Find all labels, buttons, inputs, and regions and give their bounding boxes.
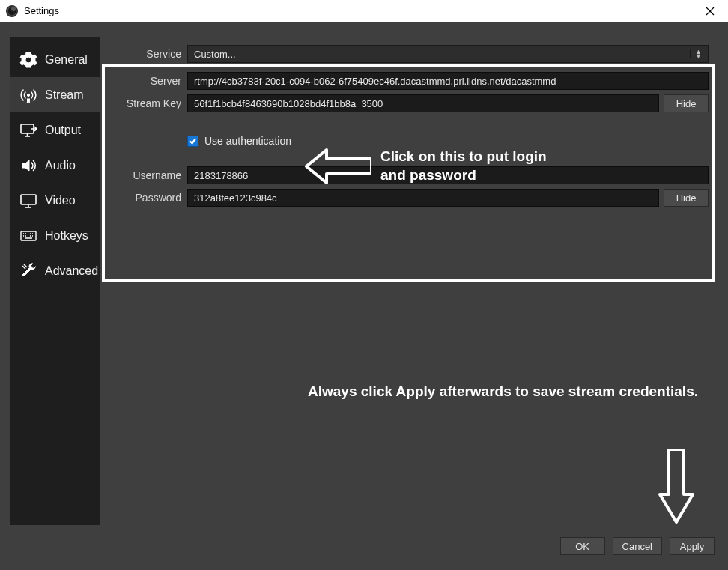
speaker-icon (19, 157, 37, 175)
password-input[interactable] (187, 189, 659, 207)
use-auth-row: Use authentication (109, 135, 709, 147)
sidebar-item-label: Stream (45, 88, 84, 102)
antenna-icon: A (19, 86, 37, 104)
sidebar-item-audio[interactable]: Audio (10, 148, 100, 183)
gear-icon (19, 51, 37, 69)
streamkey-input[interactable] (187, 94, 659, 112)
arrow-down-icon (658, 449, 695, 524)
streamkey-hide-button[interactable]: Hide (664, 94, 709, 112)
svg-rect-6 (21, 195, 36, 204)
tools-icon (19, 262, 37, 280)
close-window-button[interactable] (695, 1, 725, 22)
sidebar-item-label: Audio (45, 159, 76, 172)
password-label: Password (109, 192, 187, 204)
use-auth-checkbox[interactable] (187, 136, 198, 147)
monitor-out-icon (19, 121, 37, 139)
password-hide-button[interactable]: Hide (664, 189, 709, 207)
service-value: Custom... (194, 49, 236, 60)
server-label: Server (109, 75, 187, 87)
annotation-apply-arrow (658, 449, 695, 527)
username-row: Username (109, 166, 709, 184)
svg-point-2 (27, 94, 29, 96)
titlebar: Settings (0, 0, 728, 22)
chevron-up-down-icon: ▲▼ (690, 49, 702, 58)
window-title: Settings (24, 5, 59, 16)
dialog-footer: OK Cancel Apply (0, 533, 728, 570)
service-row: Service Custom... ▲▼ (109, 45, 709, 63)
server-row: Server (109, 72, 709, 90)
cancel-button[interactable]: Cancel (613, 537, 662, 555)
apply-button[interactable]: Apply (670, 537, 715, 555)
sidebar-item-stream[interactable]: A Stream (10, 77, 100, 112)
sidebar-item-label: Video (45, 194, 76, 207)
sidebar-item-output[interactable]: Output (10, 112, 100, 148)
use-auth-label: Use authentication (204, 135, 291, 147)
password-row: Password Hide (109, 189, 709, 207)
service-select[interactable]: Custom... ▲▼ (187, 45, 709, 63)
annotation-apply-text: Always click Apply afterwards to save st… (308, 382, 698, 401)
obs-icon (6, 5, 18, 17)
keyboard-icon (19, 227, 37, 245)
streamkey-row: Stream Key Hide (109, 94, 709, 112)
sidebar-item-advanced[interactable]: Advanced (10, 253, 100, 288)
sidebar-item-video[interactable]: Video (10, 183, 100, 218)
sidebar-item-label: General (45, 53, 88, 67)
settings-sidebar: General A Stream Output Audio (10, 37, 100, 525)
username-label: Username (109, 169, 187, 181)
sidebar-item-label: Output (45, 124, 81, 137)
monitor-icon (19, 192, 37, 210)
server-input[interactable] (187, 72, 709, 90)
sidebar-item-label: Hotkeys (45, 229, 88, 243)
sidebar-item-label: Advanced (45, 264, 98, 278)
ok-button[interactable]: OK (560, 537, 605, 555)
streamkey-label: Stream Key (109, 97, 187, 109)
username-input[interactable] (187, 166, 709, 184)
sidebar-item-hotkeys[interactable]: Hotkeys (10, 218, 100, 253)
sidebar-item-general[interactable]: General (10, 42, 100, 77)
service-label: Service (109, 48, 187, 60)
settings-content: Service Custom... ▲▼ Server Stream Key (100, 37, 718, 525)
